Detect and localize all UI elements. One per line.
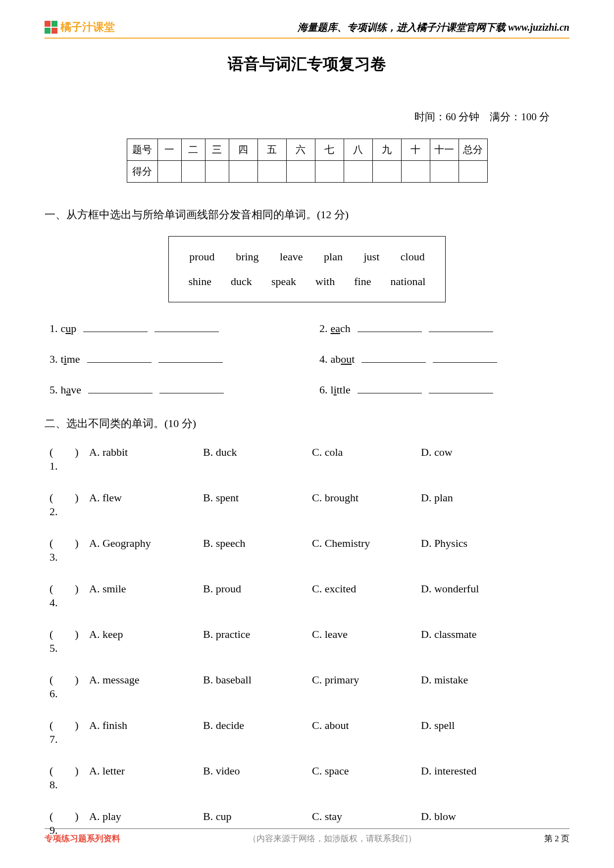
answer-blank[interactable] [358,384,422,393]
mcq-row: ( ) 4.A. smileB. proudC. excitedD. wonde… [50,581,569,609]
option-c: C. leave [312,628,421,641]
answer-blank[interactable] [158,353,223,363]
word-box: proud bring leave plan just cloud shine … [168,236,446,302]
section-1-items: 1. cup2. each3. time4. about5. have6. li… [45,322,569,396]
footer-right: 第 2 页 [544,833,569,844]
option-b: B. baseball [203,674,312,686]
option-c: C. primary [312,674,421,686]
option-b: B. cup [203,810,312,823]
answer-blank[interactable] [87,353,152,363]
mcq-row: ( ) 6.A. messageB. baseballC. primaryD. … [50,673,569,700]
option-d: D. interested [421,765,530,777]
answer-paren[interactable]: ( ) 6. [50,673,89,700]
answer-paren[interactable]: ( ) 2. [50,490,89,518]
option-c: C. Chemistry [312,537,421,550]
option-b: B. proud [203,582,312,595]
section-1-title: 一、从方框中选出与所给单词画线部分发音相同的单词。(12 分) [45,207,569,222]
table-row: 题号 一 二 三 四 五 六 七 八 九 十 十一 总分 [127,139,487,161]
option-c: C. cola [312,446,421,459]
answer-blank[interactable] [429,322,493,332]
page-title: 语音与词汇专项复习卷 [45,53,569,75]
option-a: A. smile [89,582,203,595]
option-b: B. duck [203,446,312,459]
table-row: 得分 [127,161,487,183]
fill-blank-item: 5. have [50,384,300,396]
mcq-row: ( ) 5.A. keepB. practiceC. leaveD. class… [50,627,569,655]
option-a: A. Geography [89,537,203,550]
exam-meta: 时间：60 分钟 满分：100 分 [45,110,569,124]
fill-blank-item: 2. each [319,322,569,335]
footer-left: 专项练习题系列资料 [45,833,120,844]
option-b: B. spent [203,491,312,504]
answer-paren[interactable]: ( ) 4. [50,581,89,609]
footer-mid: （内容来源于网络，如涉版权，请联系我们） [248,833,416,844]
option-b: B. video [203,765,312,777]
option-a: A. letter [89,765,203,777]
fill-blank-item: 3. time [50,353,300,366]
logo: 橘子汁课堂 [45,20,115,35]
option-d: D. plan [421,491,530,504]
option-c: C. about [312,719,421,732]
fill-blank-item: 6. little [319,384,569,396]
option-d: D. classmate [421,628,530,641]
answer-paren[interactable]: ( ) 7. [50,718,89,746]
answer-blank[interactable] [154,322,219,332]
answer-paren[interactable]: ( ) 8. [50,764,89,791]
mcq-row: ( ) 1.A. rabbitB. duckC. colaD. cow [50,445,569,473]
answer-paren[interactable]: ( ) 1. [50,445,89,473]
option-b: B. speech [203,537,312,550]
option-a: A. flew [89,491,203,504]
answer-blank[interactable] [433,353,497,363]
mcq-row: ( ) 2.A. flewB. spentC. broughtD. plan [50,490,569,518]
option-d: D. mistake [421,674,530,686]
logo-text: 橘子汁课堂 [60,20,115,35]
answer-blank[interactable] [429,384,493,393]
page-footer: 专项练习题系列资料 （内容来源于网络，如涉版权，请联系我们） 第 2 页 [45,828,569,844]
option-d: D. blow [421,810,530,823]
fill-blank-item: 4. about [319,353,569,366]
mcq-row: ( ) 7.A. finishB. decideC. aboutD. spell [50,718,569,746]
option-a: A. message [89,674,203,686]
option-a: A. play [89,810,203,823]
option-d: D. wonderful [421,582,530,595]
answer-blank[interactable] [88,384,153,393]
answer-paren[interactable]: ( ) 5. [50,627,89,655]
answer-blank[interactable] [358,322,422,332]
option-b: B. decide [203,719,312,732]
score-table: 题号 一 二 三 四 五 六 七 八 九 十 十一 总分 得分 [127,139,488,183]
option-b: B. practice [203,628,312,641]
option-d: D. spell [421,719,530,732]
mcq-row: ( ) 8.A. letterB. videoC. spaceD. intere… [50,764,569,791]
section-2-items: ( ) 1.A. rabbitB. duckC. colaD. cow( ) 2… [45,445,569,837]
option-a: A. finish [89,719,203,732]
option-c: C. space [312,765,421,777]
option-c: C. excited [312,582,421,595]
header-right-text: 海量题库、专项训练，进入橘子汁课堂官网下载 www.juzizhi.cn [298,21,569,34]
section-2-title: 二、选出不同类的单词。(10 分) [45,416,569,431]
option-a: A. keep [89,628,203,641]
mcq-row: ( ) 3.A. GeographyB. speechC. ChemistryD… [50,536,569,564]
answer-blank[interactable] [361,353,426,363]
answer-blank[interactable] [159,384,224,393]
answer-blank[interactable] [83,322,148,332]
option-a: A. rabbit [89,446,203,459]
option-c: C. brought [312,491,421,504]
answer-paren[interactable]: ( ) 3. [50,536,89,564]
logo-icon [45,21,57,34]
fill-blank-item: 1. cup [50,322,300,335]
option-c: C. stay [312,810,421,823]
option-d: D. cow [421,446,530,459]
page-header: 橘子汁课堂 海量题库、专项训练，进入橘子汁课堂官网下载 www.juzizhi.… [45,20,569,39]
option-d: D. Physics [421,537,530,550]
